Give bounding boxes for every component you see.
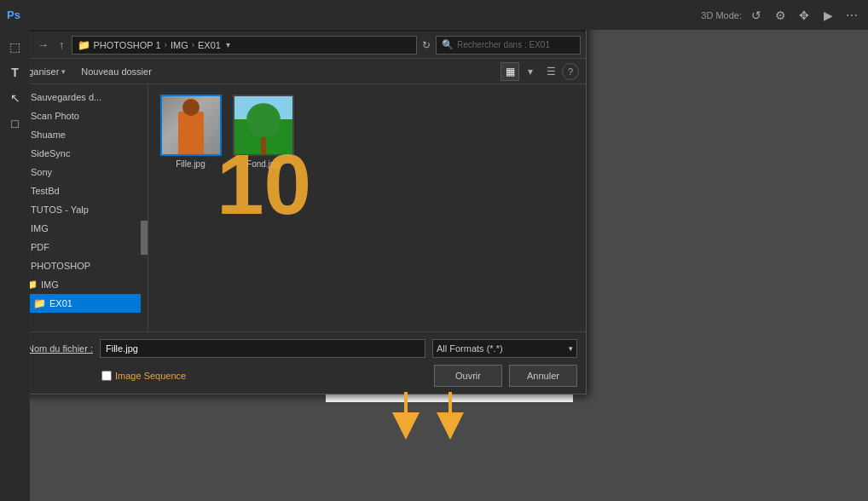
folder-name-pdf: PDF xyxy=(31,242,141,252)
fille-thumbnail xyxy=(162,96,220,154)
open-dialog: Ps Ouvrir ✕ ← → ↑ 📁 PHOTOSHOP 1 › IMG › … xyxy=(7,7,587,394)
folder-name-sidesync: SideSync xyxy=(31,148,141,158)
format-label: All Formats (*.*) xyxy=(437,343,503,354)
more-options-icon[interactable]: ⋯ xyxy=(842,6,861,25)
nouveau-dossier-button[interactable]: Nouveau dossier xyxy=(76,65,157,78)
3d-mode-label: 3D Mode: xyxy=(701,10,742,20)
format-select[interactable]: All Formats (*.*) ▾ xyxy=(432,339,577,358)
3d-video-icon[interactable]: ▶ xyxy=(819,6,837,25)
folder-icon-ex01: 📁 xyxy=(33,297,46,309)
filename-input[interactable] xyxy=(100,339,425,358)
footer-row2: Image Sequence Ouvrir Annuler xyxy=(16,365,577,387)
help-button[interactable]: ? xyxy=(562,63,579,80)
file-area: 10 Fille.jpg Fond.jpg xyxy=(148,84,586,331)
file-thumb-fond xyxy=(233,95,294,156)
breadcrumb-folder-icon: 📁 xyxy=(78,39,90,51)
fond-thumbnail xyxy=(234,96,292,154)
file-item-fille[interactable]: Fille.jpg xyxy=(159,95,223,169)
dialog-actionbar: Organiser ▾ Nouveau dossier ▦ ▾ ☰ ? xyxy=(8,59,586,84)
folder-name-sauvegardes: Sauvegardes d... xyxy=(31,92,141,102)
3d-move-icon[interactable]: ✥ xyxy=(795,6,813,25)
ps-mode-group: 3D Mode: ↺ ⚙ ✥ ▶ ⋯ xyxy=(701,6,861,25)
file-name-fille: Fille.jpg xyxy=(176,159,205,169)
rotate-icon[interactable]: ↺ xyxy=(747,6,766,25)
scroll-thumb[interactable] xyxy=(141,221,148,255)
nav-up-button[interactable]: ↑ xyxy=(55,37,68,53)
ps-logo: Ps xyxy=(7,9,20,21)
breadcrumb-sep-2: › xyxy=(192,40,194,49)
3d-gear-icon[interactable]: ⚙ xyxy=(771,6,790,25)
breadcrumb-part-1: PHOTOSHOP 1 xyxy=(94,40,161,50)
folder-name-shuame: Shuame xyxy=(31,130,141,140)
folder-name-img-root: IMG xyxy=(31,223,141,233)
view-dropdown-button[interactable]: ▾ xyxy=(521,62,540,81)
file-thumb-fille xyxy=(160,95,222,156)
folder-name-tutos: TUTOS - Yalp xyxy=(31,204,141,215)
dialog-footer: Nom du fichier : All Formats (*.*) ▾ Ima… xyxy=(8,331,586,394)
folder-name-img-sub: IMG xyxy=(41,279,141,290)
footer-row1: Nom du fichier : All Formats (*.*) ▾ xyxy=(16,339,577,358)
breadcrumb-bar: 📁 PHOTOSHOP 1 › IMG › EX01 ▾ xyxy=(72,36,418,55)
view-toggle-group: ▦ ▾ ☰ ? xyxy=(501,62,579,81)
breadcrumb-dropdown-button[interactable]: ▾ xyxy=(224,40,232,49)
folder-name-testbd: TestBd xyxy=(31,186,141,196)
ouvrir-button[interactable]: Ouvrir xyxy=(434,365,502,387)
eyedropper-tool[interactable]: ⬚ xyxy=(5,37,26,57)
selection-tool[interactable]: ↖ xyxy=(5,88,26,108)
search-bar: 🔍 Rechercher dans : EX01 xyxy=(436,36,581,55)
view-list-button[interactable]: ☰ xyxy=(541,62,560,81)
file-name-fond: Fond.jpg xyxy=(246,159,280,169)
search-icon: 🔍 xyxy=(442,39,454,50)
folder-name-scan-photo: Scan Photo xyxy=(31,111,141,121)
folder-name-photoshop: PHOTOSHOP xyxy=(31,261,141,271)
nav-forward-button[interactable]: → xyxy=(34,37,52,53)
dialog-nav: ← → ↑ 📁 PHOTOSHOP 1 › IMG › EX01 ▾ ↻ 🔍 R… xyxy=(8,32,586,59)
format-dropdown-arrow: ▾ xyxy=(569,344,573,353)
filename-label-text: om du fichier : xyxy=(34,343,93,354)
folder-name-ex01: EX01 xyxy=(49,298,141,308)
view-details-button[interactable]: ▦ xyxy=(501,62,519,81)
organiser-dropdown-arrow: ▾ xyxy=(61,67,66,76)
shape-tool[interactable]: □ xyxy=(5,113,26,134)
breadcrumb-sep-1: › xyxy=(165,40,167,49)
text-tool[interactable]: T xyxy=(5,62,26,83)
image-sequence-checkbox[interactable] xyxy=(101,371,112,381)
ps-toolbar: Ps 3D Mode: ↺ ⚙ ✥ ▶ ⋯ xyxy=(0,0,868,30)
refresh-button[interactable]: ↻ xyxy=(420,37,432,53)
annuler-button[interactable]: Annuler xyxy=(509,365,577,387)
search-placeholder: Rechercher dans : EX01 xyxy=(457,40,550,49)
folder-name-sony: Sony xyxy=(31,167,141,177)
ps-left-panel: ⬚ T ↖ □ xyxy=(0,30,30,501)
image-sequence-text: Image Sequence xyxy=(115,371,186,381)
breadcrumb-part-3: EX01 xyxy=(198,40,221,50)
file-item-fond[interactable]: Fond.jpg xyxy=(231,95,295,169)
breadcrumb-part-2: IMG xyxy=(171,40,188,50)
scroll-indicator xyxy=(141,84,148,331)
image-sequence-label[interactable]: Image Sequence xyxy=(101,371,186,381)
dialog-body: 📁 Sauvegardes d... 📁 Scan Photo 📁 Shuame… xyxy=(8,84,586,331)
